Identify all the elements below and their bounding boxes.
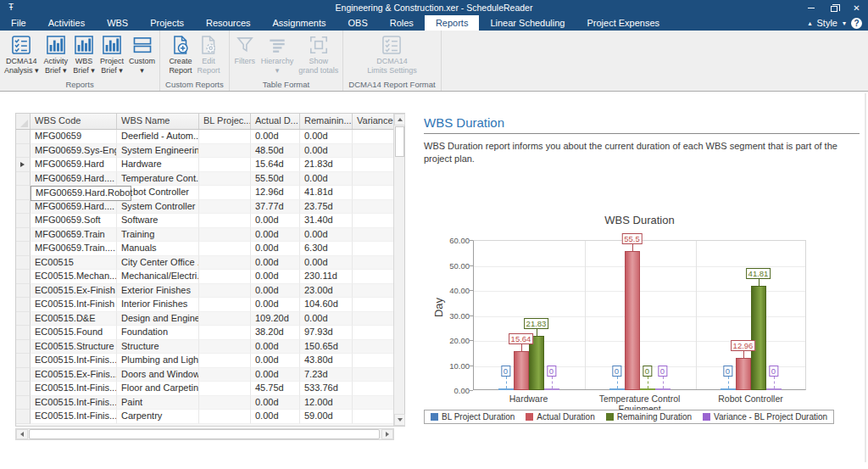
row-selector[interactable] — [16, 144, 31, 159]
ribbon-button-dcma14-analysis[interactable]: DCMA14 Analysis ▾ — [2, 32, 42, 76]
cell[interactable]: 0.00d — [300, 144, 353, 159]
cell[interactable]: EC00515.Ex-Finish — [31, 284, 117, 299]
cell[interactable]: 21.83d — [300, 158, 353, 172]
cell[interactable]: 150.65d — [300, 340, 353, 355]
cell[interactable]: EC00515.D&E — [31, 312, 117, 327]
tab-resources[interactable]: Resources — [195, 15, 262, 31]
cell[interactable] — [199, 200, 251, 215]
cell[interactable]: EC00515.Found — [31, 326, 117, 340]
cell[interactable]: 12.00d — [300, 396, 353, 410]
row-selector[interactable] — [16, 354, 31, 368]
ribbon-button-create-report[interactable]: Create Report — [166, 32, 194, 76]
cell[interactable]: 0.00d — [251, 214, 300, 228]
cell[interactable] — [353, 368, 395, 382]
cell[interactable]: Deerfield - Autom... — [117, 130, 199, 144]
cell[interactable] — [199, 326, 251, 340]
row-selector[interactable] — [16, 312, 31, 327]
cell[interactable]: 0.00d — [251, 228, 300, 243]
row-selector[interactable] — [16, 158, 31, 172]
cell[interactable]: Software — [117, 214, 199, 228]
cell[interactable] — [199, 186, 251, 200]
cell[interactable] — [353, 312, 395, 327]
cell[interactable]: Structure — [117, 340, 199, 355]
cell[interactable]: 0.00d — [251, 410, 300, 424]
cell[interactable] — [353, 186, 395, 200]
ribbon-button-project-brief[interactable]: Project Brief ▾ — [97, 32, 126, 76]
cell[interactable]: 48.50d — [251, 144, 300, 159]
ribbon-button-activity-brief[interactable]: Activity Brief ▾ — [42, 32, 71, 76]
cell[interactable]: 0.00d — [251, 242, 300, 256]
cell[interactable]: 6.30d — [300, 242, 353, 256]
cell[interactable] — [199, 144, 251, 159]
cell[interactable] — [199, 298, 251, 312]
cell[interactable]: 104.60d — [300, 298, 353, 312]
column-header-bl-projec[interactable]: BL Projec... — [199, 114, 251, 129]
cell[interactable] — [353, 410, 395, 424]
collapse-ribbon-icon[interactable]: ▴ — [809, 20, 812, 27]
cell[interactable] — [199, 382, 251, 396]
cell[interactable] — [353, 340, 395, 355]
cell[interactable]: 0.00d — [251, 298, 300, 312]
cell[interactable]: 12.96d — [251, 186, 300, 200]
cell[interactable] — [199, 158, 251, 172]
cell[interactable]: EC00515.Mechan... — [31, 270, 117, 284]
cell[interactable]: City Center Office ... — [117, 256, 199, 271]
cell[interactable] — [353, 354, 395, 368]
ribbon-button-wbs-brief[interactable]: WBS Brief ▾ — [70, 32, 97, 76]
vertical-scroll-thumb[interactable] — [395, 126, 404, 157]
cell[interactable] — [199, 354, 251, 368]
cell[interactable]: 109.20d — [251, 312, 300, 327]
cell[interactable]: 45.75d — [251, 382, 300, 396]
minimize-button[interactable] — [799, 0, 822, 15]
column-header-wbs-code[interactable]: WBS Code — [31, 114, 117, 129]
cell[interactable] — [199, 228, 251, 243]
cell[interactable]: EC00515.Int-Finish — [31, 298, 117, 312]
cell[interactable]: 0.00d — [251, 354, 300, 368]
cell[interactable]: MFG00659.Hard.... — [31, 200, 117, 215]
cell[interactable]: Exterior Finishes — [117, 284, 199, 299]
cell[interactable]: Floor and Carpeting — [117, 382, 199, 396]
horizontal-scroll-thumb[interactable] — [29, 429, 380, 439]
cell[interactable]: MFG00659.Train — [31, 228, 117, 243]
help-button[interactable]: ? — [851, 18, 862, 29]
cell[interactable]: Temperature Cont... — [117, 172, 199, 187]
cell[interactable] — [199, 242, 251, 256]
cell[interactable]: 37.77d — [251, 200, 300, 215]
select-all-header[interactable] — [16, 114, 31, 129]
cell[interactable]: MFG00659.Hard — [31, 158, 117, 172]
cell[interactable] — [353, 214, 395, 228]
row-selector[interactable] — [16, 186, 31, 200]
tab-project-expenses[interactable]: Project Expenses — [576, 15, 670, 31]
cell[interactable]: Paint — [117, 396, 199, 410]
cell[interactable]: 0.00d — [251, 270, 300, 284]
cell[interactable]: EC00515.Int-Finis... — [31, 382, 117, 396]
cell[interactable]: System Controller — [117, 200, 199, 215]
row-selector[interactable] — [16, 340, 31, 355]
restore-button[interactable] — [822, 0, 845, 15]
cell[interactable]: 23.75d — [300, 200, 353, 215]
row-selector[interactable] — [16, 214, 31, 228]
cell[interactable]: Plumbing and Light... — [117, 354, 199, 368]
scroll-left-button[interactable] — [16, 429, 28, 439]
cell[interactable] — [353, 130, 395, 144]
cell[interactable]: MFG00659.Hard.... — [31, 172, 117, 187]
cell[interactable] — [199, 340, 251, 355]
expanded-cell-overlay[interactable]: MFG00659.Hard.Robot — [31, 186, 131, 201]
column-header-actual-d[interactable]: Actual D... — [251, 114, 300, 129]
cell[interactable]: 15.64d — [251, 158, 300, 172]
cell[interactable] — [199, 396, 251, 410]
cell[interactable]: 38.20d — [251, 326, 300, 340]
cell[interactable]: 533.76d — [300, 382, 353, 396]
row-selector[interactable] — [16, 368, 31, 382]
cell[interactable]: 0.00d — [300, 256, 353, 271]
tab-linear-scheduling[interactable]: Linear Scheduling — [479, 15, 576, 31]
cell[interactable] — [353, 256, 395, 271]
scroll-up-button[interactable] — [394, 114, 405, 126]
row-selector[interactable] — [16, 410, 31, 424]
cell[interactable]: 0.00d — [300, 228, 353, 243]
cell[interactable]: EC00515.Structure — [31, 340, 117, 355]
tab-reports[interactable]: Reports — [425, 15, 480, 31]
cell[interactable] — [353, 228, 395, 243]
cell[interactable] — [199, 410, 251, 424]
cell[interactable]: 0.00d — [300, 130, 353, 144]
